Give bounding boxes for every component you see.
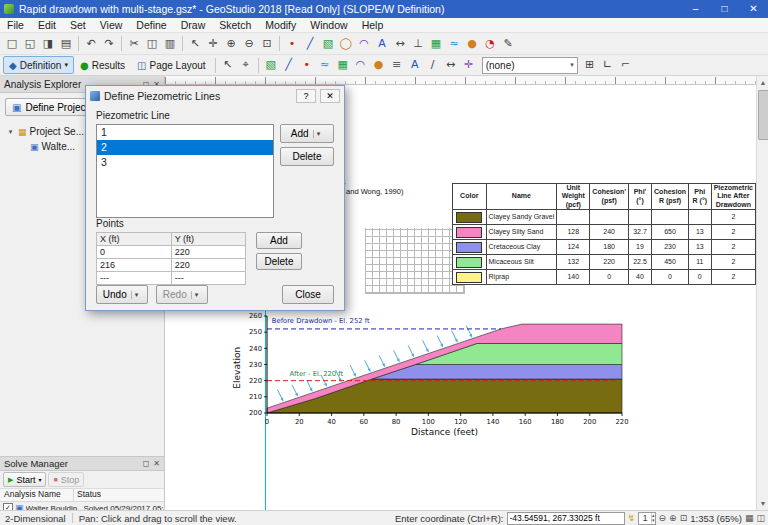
piezometric-line-item[interactable]: 3: [97, 155, 273, 170]
open-icon[interactable]: ◱: [21, 35, 39, 53]
points-cell[interactable]: 220: [171, 259, 245, 272]
zoom-out-icon[interactable]: ⊖: [659, 513, 667, 523]
sketch-line-icon[interactable]: ∕: [424, 56, 442, 74]
menu-draw[interactable]: Draw: [174, 18, 213, 32]
coordinate-input[interactable]: [507, 512, 625, 525]
points-cell[interactable]: 220: [171, 246, 245, 259]
keyin-icon[interactable]: ✎: [499, 35, 517, 53]
draw-piezometric-icon[interactable]: ≈: [316, 56, 334, 74]
undo-icon[interactable]: ↶: [82, 35, 100, 53]
snap-icon[interactable]: ⊞: [581, 56, 599, 74]
spin-down-icon[interactable]: ▾: [652, 518, 655, 523]
vertical-scrollbar[interactable]: ▲ ▼: [756, 76, 768, 510]
redo-button[interactable]: Redo ▾: [156, 285, 208, 304]
slip-surface-grid[interactable]: [365, 228, 465, 294]
scroll-down-icon[interactable]: ▼: [757, 497, 768, 510]
draw-points-icon[interactable]: •: [298, 56, 316, 74]
zoom-object-icon[interactable]: ⌖: [237, 56, 255, 74]
piezometric-line-item[interactable]: 2: [97, 140, 273, 155]
zoom-window-icon[interactable]: ⊡: [680, 513, 688, 523]
print-icon[interactable]: ▤: [57, 35, 75, 53]
paste-icon[interactable]: ▥: [161, 35, 179, 53]
pan-icon[interactable]: ✛: [204, 35, 222, 53]
points-cell[interactable]: 0: [97, 246, 172, 259]
add-point-button[interactable]: Add: [256, 232, 302, 249]
select-tool-icon[interactable]: ↖: [219, 56, 237, 74]
points-cell[interactable]: 216: [97, 259, 172, 272]
points-table[interactable]: X (ft)Y (ft) 0220216220------: [96, 232, 246, 285]
draw-line-icon[interactable]: ╱: [301, 35, 319, 53]
select-icon[interactable]: ↖: [186, 35, 204, 53]
chevron-down-icon[interactable]: ▾: [191, 291, 202, 299]
zoom-in-icon[interactable]: ⊕: [669, 513, 677, 523]
dimension-icon[interactable]: ↔: [391, 35, 409, 53]
maximize-icon[interactable]: □: [710, 0, 739, 18]
menu-define[interactable]: Define: [129, 18, 173, 32]
draw-reinforcement-icon[interactable]: ≡: [388, 56, 406, 74]
points-cell[interactable]: ---: [97, 272, 172, 285]
points-cell[interactable]: ---: [171, 272, 245, 285]
zoom-step-spinner[interactable]: 1 ▴ ▾: [638, 512, 656, 525]
draw-slip-radius-icon[interactable]: ◠: [352, 56, 370, 74]
sketch-text-icon[interactable]: A: [406, 56, 424, 74]
draw-regions-icon[interactable]: ▧: [262, 56, 280, 74]
draw-point-icon[interactable]: •: [283, 35, 301, 53]
solve-flash-icon[interactable]: ↯: [628, 513, 636, 523]
delete-line-button[interactable]: Delete: [280, 147, 334, 166]
menu-help[interactable]: Help: [355, 18, 391, 32]
menu-file[interactable]: File: [0, 18, 31, 32]
menu-modify[interactable]: Modify: [258, 18, 303, 32]
help-icon[interactable]: ?: [296, 89, 316, 103]
start-button[interactable]: ▶ Start ▾: [3, 472, 46, 487]
define-project-button[interactable]: ▣ Define Project: [5, 98, 95, 116]
menu-window[interactable]: Window: [303, 18, 354, 32]
cut-icon[interactable]: ✂: [125, 35, 143, 53]
slip-surface-icon[interactable]: ◔: [481, 35, 499, 53]
redo-icon[interactable]: ↷: [100, 35, 118, 53]
materials-icon[interactable]: ●: [463, 35, 481, 53]
page-view-icon[interactable]: ◫: [756, 513, 765, 523]
text-icon[interactable]: A: [373, 35, 391, 53]
zoom-extents-icon[interactable]: ⊡: [258, 35, 276, 53]
results-button[interactable]: ● Results: [74, 56, 131, 74]
analysis-scope-select[interactable]: (none) ▾: [482, 57, 578, 74]
piezometric-line-item[interactable]: 1: [97, 125, 273, 140]
ortho-icon[interactable]: ∟: [599, 56, 617, 74]
points-row[interactable]: ------: [97, 272, 246, 285]
dimension-tool-icon[interactable]: ↔: [442, 56, 460, 74]
new-icon[interactable]: □: [3, 35, 21, 53]
points-row[interactable]: 216220: [97, 259, 246, 272]
page-layout-button[interactable]: ◫ Page Layout: [131, 56, 212, 74]
menu-view[interactable]: View: [93, 18, 130, 32]
chevron-down-icon[interactable]: ▾: [131, 291, 142, 299]
draw-slip-grid-icon[interactable]: ▦: [334, 56, 352, 74]
dialog-title-bar[interactable]: Define Piezometric Lines ? ✕: [86, 86, 344, 105]
draw-materials-icon[interactable]: ●: [370, 56, 388, 74]
draw-region-icon[interactable]: ▧: [319, 35, 337, 53]
menu-edit[interactable]: Edit: [31, 18, 63, 32]
draw-arc-icon[interactable]: ◠: [355, 35, 373, 53]
stop-button[interactable]: ■ Stop: [48, 472, 84, 487]
tree-expander-icon[interactable]: ▾: [6, 128, 15, 136]
draw-circle-icon[interactable]: ◯: [337, 35, 355, 53]
minimize-icon[interactable]: –: [681, 0, 710, 18]
undo-button[interactable]: Undo ▾: [96, 285, 148, 304]
float-panel-icon[interactable]: ◻: [143, 459, 150, 468]
copy-icon[interactable]: ◫: [143, 35, 161, 53]
ruler-icon[interactable]: ⌐: [617, 56, 635, 74]
water-table-icon[interactable]: ≈: [445, 35, 463, 53]
close-panel-icon[interactable]: ✕: [153, 459, 160, 468]
zoom-in-icon[interactable]: ⊕: [222, 35, 240, 53]
grid-icon[interactable]: ▦: [427, 35, 445, 53]
points-row[interactable]: 0220: [97, 246, 246, 259]
zoom-out-icon[interactable]: ⊖: [240, 35, 258, 53]
add-line-button[interactable]: Add ▾: [280, 124, 334, 143]
modify-objects-icon[interactable]: ✛: [460, 56, 478, 74]
close-button[interactable]: Close: [282, 285, 334, 304]
delete-point-button[interactable]: Delete: [256, 253, 302, 270]
scrollbar-thumb[interactable]: [758, 90, 768, 140]
close-icon[interactable]: ✕: [739, 0, 768, 18]
chevron-down-icon[interactable]: ▾: [313, 130, 324, 138]
column-status[interactable]: Status: [74, 489, 164, 501]
piezometric-line-list[interactable]: 123: [96, 124, 274, 218]
